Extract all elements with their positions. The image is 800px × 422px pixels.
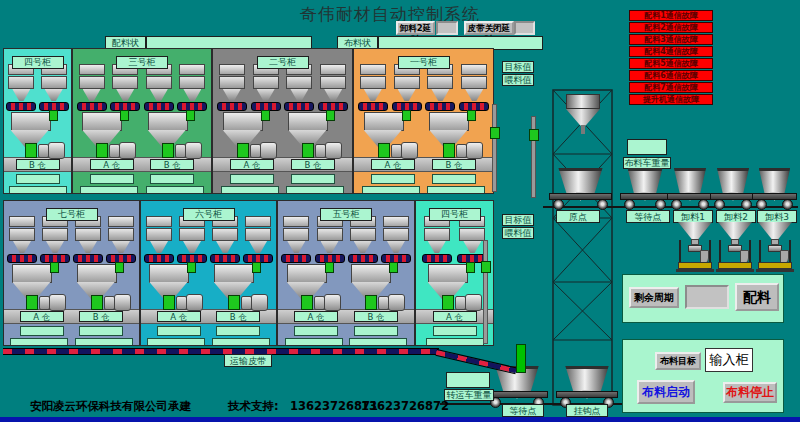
alarm-item: 配料3通信故障 xyxy=(629,34,713,45)
feed-hopper xyxy=(110,64,140,112)
hopper-valve xyxy=(378,143,390,158)
bin-label: A 仓 xyxy=(20,311,64,322)
bin-label: A 仓 xyxy=(157,311,201,322)
value-display xyxy=(426,338,484,346)
hopper-valve xyxy=(442,295,454,310)
value-display xyxy=(10,338,68,346)
hopper-motor xyxy=(466,142,483,159)
scada-screen: 奇伟耐材自动控制系统 卸料2延时 皮带关闭延时 配料状态: 布料状态: 配料1通… xyxy=(0,0,800,422)
alarm-item: 配料4通信故障 xyxy=(629,46,713,57)
feed-hopper xyxy=(284,64,314,112)
belt-close-delay-button[interactable]: 皮带关闭延时 xyxy=(464,21,514,35)
hopper-motor xyxy=(401,142,418,159)
transfer-cart-1 xyxy=(556,366,618,408)
support-phone-2: 13623726872 xyxy=(361,399,449,413)
company-credit: 安阳凌云环保科技有限公司承建 xyxy=(30,399,191,414)
transfer-cart-1-label: 挂钩点 xyxy=(566,404,608,417)
transfer-car-weight-field[interactable] xyxy=(446,372,490,388)
value-display xyxy=(349,338,407,346)
remaining-cycle-value[interactable] xyxy=(685,285,729,309)
value-display xyxy=(16,174,60,184)
feed-hopper xyxy=(39,64,69,112)
pipe-valve xyxy=(490,127,500,139)
discharge-funnel xyxy=(756,222,794,272)
feed-hopper xyxy=(144,216,174,264)
bin-conveyor: A 仓B 仓 xyxy=(354,157,493,172)
feed-hopper xyxy=(217,64,247,112)
weigh-hopper xyxy=(426,264,484,309)
feed-hopper xyxy=(281,216,311,264)
target-value-label: 目标值 xyxy=(502,214,534,226)
value-display xyxy=(80,186,138,194)
bin-label: B 仓 xyxy=(216,311,260,322)
cart-point-1 xyxy=(620,168,670,210)
hopper-valve xyxy=(365,295,377,310)
cabinet-label: 七号柜 xyxy=(46,208,98,221)
dist-start-button[interactable]: 布料启动 xyxy=(637,380,695,404)
dist-target-input[interactable]: 输入柜 xyxy=(705,348,753,372)
belt-close-delay-value[interactable] xyxy=(514,21,535,35)
hopper-valve xyxy=(91,295,103,310)
feed-hopper xyxy=(315,216,345,264)
bin-label: B 仓 xyxy=(432,159,476,170)
bin-label: B 仓 xyxy=(150,159,194,170)
value-display xyxy=(433,326,477,336)
value-display xyxy=(90,174,134,184)
value-display xyxy=(216,326,260,336)
cart-point-1-label: 等待点 xyxy=(626,210,670,223)
dist-car-weight-field[interactable] xyxy=(627,139,667,155)
dist-target-button[interactable]: 布料目标 xyxy=(655,352,701,370)
value-display xyxy=(212,338,270,346)
value-display xyxy=(427,186,485,194)
hopper-motor xyxy=(325,142,342,159)
bin-label: B 仓 xyxy=(291,159,335,170)
hopper-valve xyxy=(302,143,314,158)
weigh-hopper xyxy=(427,112,485,157)
feed-hopper xyxy=(77,64,107,112)
hopper-motor xyxy=(388,294,405,311)
cabinet-label: 四号柜 xyxy=(429,208,481,221)
feed-value-label: 喂料值 xyxy=(502,227,534,239)
unload-delay-button[interactable]: 卸料2延时 xyxy=(396,21,435,35)
pipe-valve xyxy=(529,129,539,141)
hopper-motor xyxy=(186,294,203,311)
cabinet-label: 六号柜 xyxy=(183,208,235,221)
unload-delay-value[interactable] xyxy=(436,21,458,35)
value-display xyxy=(286,186,344,194)
alarm-item: 配料5通信故障 xyxy=(629,58,713,69)
hopper-valve xyxy=(96,143,108,158)
weigh-hopper xyxy=(212,264,270,309)
remaining-cycle-button[interactable]: 剩余周期 xyxy=(629,287,679,308)
transfer-car-weight-label: 转运车重量 xyxy=(444,389,494,401)
cabinet-label: 二号柜 xyxy=(257,56,309,69)
cabinet-四号柜: 四号柜B 仓 xyxy=(3,48,72,194)
weigh-hopper xyxy=(10,264,68,309)
hopper-valve xyxy=(443,143,455,158)
batch-button[interactable]: 配料 xyxy=(735,283,779,311)
hopper-motor xyxy=(49,294,66,311)
dist-stop-button[interactable]: 布料停止 xyxy=(723,382,777,403)
hopper-valve xyxy=(25,143,37,158)
feed-hopper xyxy=(6,64,36,112)
bin-conveyor: A 仓B 仓 xyxy=(73,157,211,172)
value-display xyxy=(371,174,415,184)
value-display xyxy=(79,326,123,336)
hopper-valve xyxy=(228,295,240,310)
cabinet-label: 五号柜 xyxy=(320,208,372,221)
hopper-motor xyxy=(251,294,268,311)
value-display xyxy=(354,326,398,336)
hopper-valve xyxy=(301,295,313,310)
pipe-valve xyxy=(481,261,491,273)
alarm-item: 配料6通信故障 xyxy=(629,70,713,81)
value-display xyxy=(432,174,476,184)
alarm-item: 配料7通信故障 xyxy=(629,82,713,93)
bin-label: A 仓 xyxy=(294,311,338,322)
value-display xyxy=(230,174,274,184)
bottom-bar xyxy=(0,417,800,422)
cart-point-3 xyxy=(710,168,756,210)
feed-value-label: 喂料值 xyxy=(502,74,534,86)
feed-hopper xyxy=(40,216,70,264)
value-display xyxy=(9,186,67,194)
cabinet-二号柜: 二号柜A 仓B 仓 xyxy=(212,48,353,194)
weigh-hopper xyxy=(285,264,343,309)
